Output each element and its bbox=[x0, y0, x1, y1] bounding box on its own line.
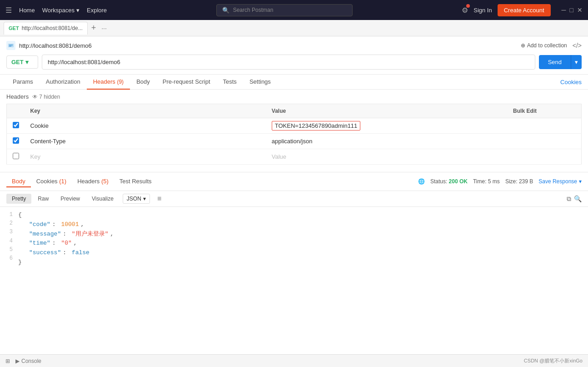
format-tab-visualize[interactable]: Visualize bbox=[86, 194, 119, 204]
notification-badge bbox=[466, 4, 470, 8]
url-input[interactable] bbox=[42, 55, 535, 70]
send-dropdown-button[interactable]: ▾ bbox=[571, 55, 582, 69]
format-tab-preview[interactable]: Preview bbox=[55, 194, 85, 204]
headers-label: Headers bbox=[6, 93, 29, 100]
request-header: http://localhost:8081/demo6 ⊕ Add to col… bbox=[6, 41, 582, 50]
format-tab-pretty[interactable]: Pretty bbox=[6, 194, 31, 204]
collection-icon: ⊕ bbox=[521, 42, 525, 49]
more-tabs-button[interactable]: ··· bbox=[100, 25, 109, 32]
code-content: { "code" : 10001 , "message" : "用户未登录" ,… bbox=[18, 211, 588, 267]
method-chevron: ▾ bbox=[25, 59, 29, 65]
nav-home[interactable]: Home bbox=[19, 7, 35, 14]
chevron-down-icon: ▾ bbox=[76, 7, 80, 14]
search-icon: 🔍 bbox=[222, 7, 229, 14]
empty-value-cell[interactable]: Value bbox=[266, 149, 508, 165]
tab-headers[interactable]: Headers (9) bbox=[87, 75, 130, 90]
value-cell-1: TOKEN=1234567890admin111 bbox=[266, 118, 508, 134]
code-line-1: { bbox=[18, 211, 583, 220]
resp-tab-body[interactable]: Body bbox=[6, 176, 31, 187]
request-tab[interactable]: GET http://localhost:8081/de... bbox=[4, 22, 88, 35]
col-checkbox bbox=[7, 104, 25, 118]
headers-section: Headers 👁 7 hidden Key Value Bulk Edit C… bbox=[0, 90, 588, 168]
tab-body[interactable]: Body bbox=[130, 75, 156, 90]
maximize-button[interactable]: □ bbox=[570, 6, 573, 14]
size-label: Size: 239 B bbox=[505, 178, 533, 185]
checkbox-cell bbox=[7, 134, 25, 149]
request-icon bbox=[6, 41, 15, 50]
layout-icon[interactable]: ⊞ bbox=[5, 358, 10, 364]
key-cell-1: Cookie bbox=[25, 118, 266, 134]
send-button[interactable]: Send bbox=[539, 55, 571, 69]
empty-action-cell bbox=[508, 149, 581, 165]
method-select[interactable]: GET ▾ bbox=[6, 55, 38, 69]
req-tab-list: Params Authorization Headers (9) Body Pr… bbox=[6, 75, 277, 89]
tab-params[interactable]: Params bbox=[6, 75, 40, 90]
request-area: http://localhost:8081/demo6 ⊕ Add to col… bbox=[0, 36, 588, 75]
row-checkbox-empty[interactable] bbox=[13, 153, 19, 159]
table-row-empty: Key Value bbox=[7, 149, 582, 165]
tab-tests[interactable]: Tests bbox=[217, 75, 243, 90]
row-checkbox-2[interactable] bbox=[13, 137, 19, 144]
tab-method: GET bbox=[9, 25, 19, 31]
code-line-4: "time" : "0" , bbox=[18, 239, 583, 248]
col-value: Value bbox=[266, 104, 508, 118]
globe-icon: 🌐 bbox=[418, 178, 425, 185]
row-checkbox-1[interactable] bbox=[13, 122, 19, 128]
eye-icon: 👁 bbox=[32, 94, 38, 100]
hidden-badge: 👁 7 hidden bbox=[32, 94, 60, 100]
hamburger-icon[interactable]: ☰ bbox=[5, 6, 12, 15]
nav-workspaces[interactable]: Workspaces ▾ bbox=[42, 7, 80, 14]
empty-key-cell[interactable]: Key bbox=[25, 149, 266, 165]
resp-tab-list: Body Cookies (1) Headers (5) Test Result… bbox=[6, 176, 157, 187]
response-area: Body Cookies (1) Headers (5) Test Result… bbox=[0, 172, 588, 271]
create-account-button[interactable]: Create Account bbox=[498, 4, 551, 16]
minimize-button[interactable]: ─ bbox=[562, 6, 566, 14]
code-icon[interactable]: </> bbox=[573, 42, 582, 49]
copy-icon[interactable]: ⧉ bbox=[567, 195, 571, 203]
top-nav: ☰ Home Workspaces ▾ Explore 🔍 Search Pos… bbox=[0, 0, 588, 20]
code-line-5: "success" : false bbox=[18, 248, 583, 258]
resp-tab-test-results[interactable]: Test Results bbox=[114, 176, 157, 187]
send-button-group: Send ▾ bbox=[539, 55, 582, 69]
save-response-button[interactable]: Save Response ▾ bbox=[538, 178, 582, 185]
settings-icon[interactable]: ⚙ bbox=[462, 6, 468, 15]
resp-tab-headers[interactable]: Headers (5) bbox=[72, 176, 114, 187]
empty-checkbox-cell bbox=[7, 149, 25, 165]
col-key: Key bbox=[25, 104, 266, 118]
search-placeholder: Search Postman bbox=[233, 7, 274, 13]
close-button[interactable]: ✕ bbox=[577, 6, 583, 14]
code-line-6: } bbox=[18, 258, 583, 267]
tab-authorization[interactable]: Authorization bbox=[40, 75, 87, 90]
format-select[interactable]: JSON ▾ bbox=[123, 194, 150, 204]
tab-pre-request[interactable]: Pre-request Script bbox=[156, 75, 217, 90]
response-status: 🌐 Status: 200 OK Time: 5 ms Size: 239 B … bbox=[418, 178, 582, 185]
add-tab-button[interactable]: + bbox=[88, 23, 100, 33]
wrap-icon[interactable]: ≡ bbox=[157, 195, 161, 203]
sign-in-button[interactable]: Sign In bbox=[473, 7, 492, 14]
add-to-collection-button[interactable]: ⊕ Add to collection bbox=[521, 42, 567, 49]
action-cell-2 bbox=[508, 134, 581, 149]
cookies-link[interactable]: Cookies bbox=[560, 79, 582, 85]
search-bar[interactable]: 🔍 Search Postman bbox=[216, 4, 353, 16]
search-icon[interactable]: 🔍 bbox=[574, 195, 582, 203]
watermark: CSDN @腊笔不小新xinGo bbox=[524, 357, 583, 364]
method-label: GET bbox=[11, 59, 24, 65]
table-row: Content-Type application/json bbox=[7, 134, 582, 149]
checkbox-cell bbox=[7, 118, 25, 134]
table-row: Cookie TOKEN=1234567890admin111 bbox=[7, 118, 582, 134]
tab-bar: GET http://localhost:8081/de... + ··· bbox=[0, 20, 588, 36]
format-bar: Pretty Raw Preview Visualize JSON ▾ ≡ ⧉ … bbox=[0, 191, 588, 207]
line-numbers: 1 2 3 4 5 6 bbox=[0, 211, 18, 267]
request-tabs: Params Authorization Headers (9) Body Pr… bbox=[0, 75, 588, 90]
request-actions: ⊕ Add to collection </> bbox=[521, 42, 582, 49]
resp-tab-cookies[interactable]: Cookies (1) bbox=[31, 176, 72, 187]
request-title-row: http://localhost:8081/demo6 bbox=[6, 41, 92, 50]
tab-url: http://localhost:8081/de... bbox=[22, 25, 83, 31]
status-value: 200 OK bbox=[449, 178, 468, 185]
nav-explore[interactable]: Explore bbox=[87, 7, 107, 14]
key-cell-2: Content-Type bbox=[25, 134, 266, 149]
tab-settings[interactable]: Settings bbox=[243, 75, 277, 90]
code-line-3: "message" : "用户未登录" , bbox=[18, 230, 583, 239]
format-tab-raw[interactable]: Raw bbox=[32, 194, 54, 204]
console-button[interactable]: ▶ Console bbox=[15, 358, 41, 364]
